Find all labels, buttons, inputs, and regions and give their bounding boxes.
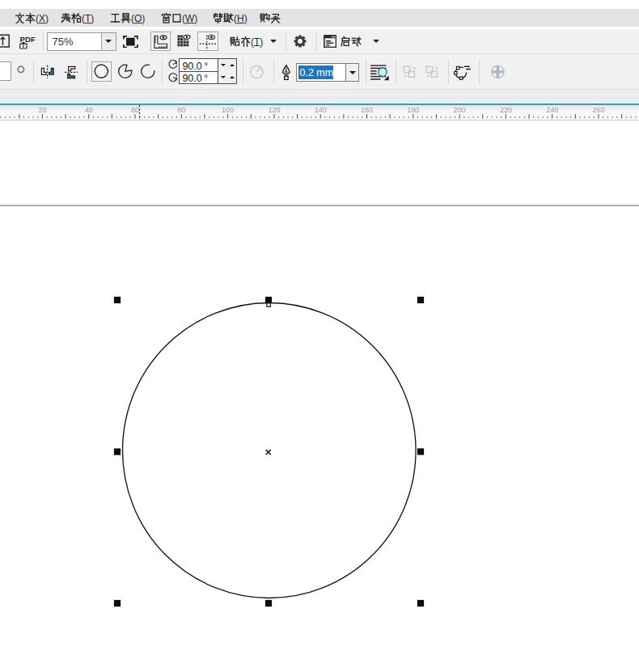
svg-text:180: 180 — [407, 106, 419, 114]
svg-text:240: 240 — [546, 106, 558, 114]
svg-text:20: 20 — [38, 106, 46, 114]
svg-text:200: 200 — [454, 106, 466, 114]
svg-text:260: 260 — [592, 106, 604, 114]
svg-text:60: 60 — [131, 106, 139, 114]
svg-text:140: 140 — [315, 106, 327, 114]
svg-text:40: 40 — [85, 106, 93, 114]
svg-text:100: 100 — [222, 106, 234, 114]
svg-text:160: 160 — [361, 106, 373, 114]
svg-text:80: 80 — [177, 106, 185, 114]
svg-text:220: 220 — [500, 106, 512, 114]
svg-text:120: 120 — [268, 106, 280, 114]
